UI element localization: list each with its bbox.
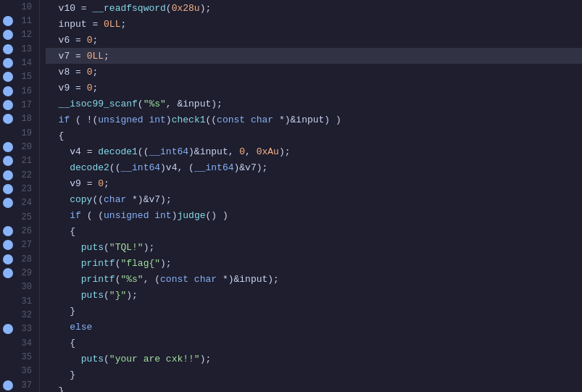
line-number: 36: [16, 366, 36, 376]
gutter-row: 15: [0, 70, 39, 84]
line-number: 33: [16, 324, 36, 334]
line-number: 20: [16, 142, 36, 152]
code-line-25: puts("TQL!");: [46, 239, 582, 255]
breakpoint[interactable]: [3, 380, 13, 391]
line-number: 14: [16, 58, 36, 68]
gutter-row: 32: [0, 308, 39, 322]
breakpoint[interactable]: [3, 324, 13, 334]
code-line-21: v9 = 0;: [46, 175, 582, 191]
breakpoint[interactable]: [3, 310, 13, 320]
line-number: 19: [16, 128, 36, 138]
code-line-20: decode2((__int64)v4, (__int64)&v7);: [46, 159, 582, 175]
gutter-row: 30: [0, 280, 39, 294]
breakpoint[interactable]: [3, 16, 13, 26]
breakpoint[interactable]: [3, 212, 13, 222]
gutter-row: 17: [0, 98, 39, 112]
code-line-27: printf("%s", (const char *)&input);: [46, 271, 582, 287]
gutter-row: 29: [0, 266, 39, 280]
gutter-row: 37: [0, 378, 39, 392]
gutter-row: 33: [0, 322, 39, 336]
gutter-row: 22: [0, 168, 39, 182]
line-number: 31: [16, 296, 36, 306]
line-number: 16: [16, 86, 36, 96]
line-number: 37: [16, 380, 36, 391]
code-area[interactable]: v10 = __readfsqword(0x28u); input = 0LL;…: [40, 0, 582, 392]
breakpoint[interactable]: [3, 296, 13, 306]
gutter-row: 34: [0, 336, 39, 350]
gutter-row: 31: [0, 294, 39, 308]
line-number: 23: [16, 184, 36, 194]
breakpoint[interactable]: [3, 30, 13, 40]
line-number: 34: [16, 338, 36, 349]
breakpoint[interactable]: [3, 240, 13, 250]
line-number: 30: [16, 282, 36, 292]
editor-container: 10 11 12 13 14 15 16 17: [0, 0, 582, 392]
breakpoint[interactable]: [3, 72, 13, 82]
gutter: 10 11 12 13 14 15 16 17: [0, 0, 40, 392]
breakpoint[interactable]: [3, 338, 13, 349]
gutter-row: 36: [0, 364, 39, 378]
breakpoint[interactable]: [3, 156, 13, 166]
breakpoint[interactable]: [3, 44, 13, 54]
code-line-30: else: [46, 319, 582, 335]
gutter-row: 23: [0, 182, 39, 196]
gutter-row: 10: [0, 0, 39, 14]
breakpoint[interactable]: [3, 366, 13, 376]
code-line-34: }: [46, 383, 582, 392]
breakpoint[interactable]: [3, 198, 13, 208]
line-number: 21: [16, 156, 36, 166]
code-line-13: v7 = 0LL;: [46, 48, 582, 64]
code-line-16: __isoc99_scanf("%s", &input);: [46, 96, 582, 112]
code-line-12: v6 = 0;: [46, 32, 582, 48]
gutter-row: 26: [0, 224, 39, 238]
breakpoint[interactable]: [3, 226, 13, 236]
code-line-14: v8 = 0;: [46, 64, 582, 80]
breakpoint[interactable]: [3, 170, 13, 180]
breakpoint[interactable]: [3, 142, 13, 152]
code-line-11: input = 0LL;: [46, 16, 582, 32]
code-line-26: printf("flag{");: [46, 255, 582, 271]
breakpoint[interactable]: [3, 352, 13, 362]
code-line-19: v4 = decode1((__int64)&input, 0, 0xAu);: [46, 143, 582, 159]
gutter-row: 16: [0, 84, 39, 98]
line-number: 15: [16, 72, 36, 82]
gutter-row: 19: [0, 126, 39, 140]
breakpoint[interactable]: [3, 114, 13, 124]
line-number: 13: [16, 44, 36, 54]
code-line-10: v10 = __readfsqword(0x28u);: [46, 0, 582, 16]
line-number: 24: [16, 198, 36, 208]
breakpoint[interactable]: [3, 128, 13, 138]
gutter-row: 12: [0, 28, 39, 42]
code-line-22: copy((char *)&v7);: [46, 191, 582, 207]
code-line-32: puts("your are cxk!!");: [46, 351, 582, 367]
line-number: 27: [16, 240, 36, 250]
code-line-29: }: [46, 303, 582, 319]
breakpoint[interactable]: [3, 184, 13, 194]
gutter-row: 21: [0, 154, 39, 168]
breakpoint[interactable]: [3, 58, 13, 68]
code-line-28: puts("}");: [46, 287, 582, 303]
gutter-row: 20: [0, 140, 39, 154]
breakpoint[interactable]: [3, 2, 13, 12]
code-line-15: v9 = 0;: [46, 80, 582, 96]
line-number: 35: [16, 352, 36, 362]
line-number: 18: [16, 114, 36, 124]
breakpoint[interactable]: [3, 268, 13, 278]
gutter-row: 14: [0, 56, 39, 70]
gutter-row: 25: [0, 210, 39, 224]
breakpoint[interactable]: [3, 100, 13, 110]
line-number: 25: [16, 212, 36, 222]
code-line-31: {: [46, 335, 582, 351]
code-line-24: {: [46, 223, 582, 239]
line-number: 17: [16, 100, 36, 110]
gutter-row: 35: [0, 350, 39, 364]
code-line-18: {: [46, 128, 582, 143]
breakpoint[interactable]: [3, 282, 13, 292]
line-number: 10: [16, 2, 36, 12]
breakpoint[interactable]: [3, 86, 13, 96]
line-number: 11: [16, 16, 36, 26]
breakpoint[interactable]: [3, 254, 13, 264]
gutter-row: 28: [0, 252, 39, 266]
gutter-row: 13: [0, 42, 39, 56]
gutter-row: 27: [0, 238, 39, 252]
